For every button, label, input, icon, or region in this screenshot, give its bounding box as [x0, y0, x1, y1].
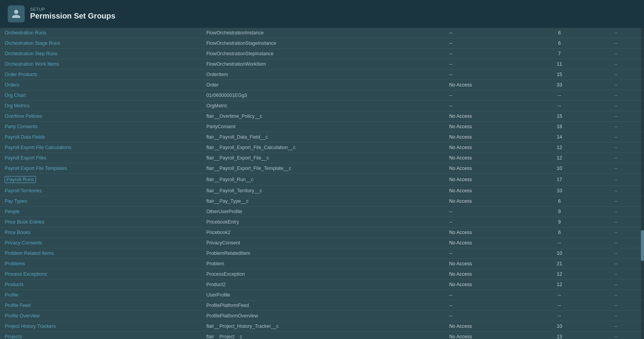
row-count-cell: 7: [531, 49, 588, 59]
row-count-cell: 9: [531, 217, 588, 227]
scrollbar-thumb[interactable]: [641, 230, 644, 261]
row-name-cell: Party Consents: [0, 122, 202, 132]
row-name-link[interactable]: Party Consents: [5, 124, 37, 129]
row-name-link[interactable]: Payroll Export File Calculations: [5, 145, 71, 150]
row-access-cell: No Access: [445, 238, 531, 248]
row-name-cell: Privacy Consents: [0, 238, 202, 248]
row-api-cell: Product2: [202, 280, 445, 290]
row-name-link[interactable]: Pay Types: [5, 198, 27, 204]
row-name-cell: Orchestration Work Items: [0, 59, 202, 69]
row-api-cell: FlowOrchestrationInstance: [202, 28, 445, 38]
row-access-cell: No Access: [445, 174, 531, 186]
row-name-link[interactable]: Problem Related Items: [5, 251, 54, 256]
row-name-link[interactable]: People: [5, 209, 20, 214]
row-extra-cell: --: [588, 69, 644, 80]
table-row: Problem Related ItemsProblemRelatedItem-…: [0, 248, 644, 259]
row-name-link[interactable]: Orchestration Work Items: [5, 61, 59, 67]
permission-table: Orchestration RunsFlowOrchestrationInsta…: [0, 28, 644, 339]
row-api-cell: flair__Payroll_Territory__c: [202, 186, 445, 196]
row-name-link[interactable]: Profile: [5, 292, 18, 298]
row-name-link[interactable]: Org Chart: [5, 93, 26, 98]
row-name-link[interactable]: Orchestration Stage Runs: [5, 41, 60, 46]
row-name-link[interactable]: Orchestration Runs: [5, 30, 46, 36]
row-name-link[interactable]: Profile Feed: [5, 303, 30, 308]
row-count-cell: --: [531, 90, 588, 101]
row-count-cell: --: [531, 290, 588, 300]
row-api-cell: flair__Payroll_Data_Field__c: [202, 132, 445, 142]
row-access-cell: No Access: [445, 132, 531, 142]
row-extra-cell: --: [588, 111, 644, 122]
row-name-link[interactable]: Payroll Export File Templates: [5, 166, 67, 171]
row-access-cell: --: [445, 207, 531, 217]
table-row: Payroll Data Fieldsflair__Payroll_Data_F…: [0, 132, 644, 142]
row-name-link[interactable]: Products: [5, 282, 24, 287]
row-extra-cell: --: [588, 269, 644, 280]
row-name-link[interactable]: Privacy Consents: [5, 240, 42, 246]
row-name-link[interactable]: Process Exceptions: [5, 271, 47, 277]
row-name-link[interactable]: Problems: [5, 261, 25, 266]
row-extra-cell: --: [588, 207, 644, 217]
row-extra-cell: --: [588, 163, 644, 174]
row-name-cell: Price Books: [0, 227, 202, 238]
row-name-link[interactable]: Projects: [5, 334, 22, 339]
row-name-link[interactable]: Payroll Territories: [5, 188, 42, 193]
row-name-link[interactable]: Org Metrics: [5, 103, 30, 108]
row-count-cell: 6: [531, 28, 588, 38]
row-extra-cell: --: [588, 217, 644, 227]
row-extra-cell: --: [588, 122, 644, 132]
row-name-link[interactable]: Orchestration Step Runs: [5, 51, 57, 56]
row-count-cell: 13: [531, 332, 588, 339]
table-row: Profile OverviewProfilePlatformOverview-…: [0, 311, 644, 321]
table-row: Overtime Policiesflair__Overtime_Policy_…: [0, 111, 644, 122]
table-row: Pay Typesflair__Pay_Type__cNo Access6--: [0, 196, 644, 207]
row-access-cell: --: [445, 311, 531, 321]
person-icon: [11, 9, 21, 19]
row-name-link[interactable]: Price Book Entries: [5, 219, 44, 225]
row-extra-cell: --: [588, 311, 644, 321]
row-name-link[interactable]: Project History Trackers: [5, 324, 56, 329]
row-extra-cell: --: [588, 153, 644, 163]
row-extra-cell: --: [588, 259, 644, 269]
row-api-cell: 01r06000001EGg3: [202, 90, 445, 101]
row-access-cell: No Access: [445, 332, 531, 339]
selected-row-label[interactable]: Payroll Runs: [5, 176, 36, 183]
row-extra-cell: --: [588, 290, 644, 300]
table-row: Profile FeedProfilePlatformFeed------: [0, 300, 644, 311]
table-row: Privacy ConsentsPrivacyConsentNo Access-…: [0, 238, 644, 248]
row-name-link[interactable]: Order Products: [5, 72, 37, 77]
row-name-cell: Order Products: [0, 69, 202, 80]
row-extra-cell: --: [588, 248, 644, 259]
row-extra-cell: --: [588, 186, 644, 196]
row-name-link[interactable]: Payroll Export Files: [5, 155, 46, 161]
row-name-cell: Org Chart: [0, 90, 202, 101]
row-access-cell: No Access: [445, 153, 531, 163]
row-access-cell: --: [445, 248, 531, 259]
row-name-cell: Products: [0, 280, 202, 290]
row-name-link[interactable]: Price Books: [5, 230, 30, 235]
table-row: ProductsProduct2No Access12--: [0, 280, 644, 290]
row-extra-cell: --: [588, 28, 644, 38]
scrollbar-track[interactable]: [641, 28, 644, 339]
row-name-link[interactable]: Orders: [5, 82, 19, 88]
row-api-cell: OrgMetric: [202, 101, 445, 111]
row-count-cell: 9: [531, 207, 588, 217]
row-access-cell: --: [445, 101, 531, 111]
row-name-link[interactable]: Overtime Policies: [5, 114, 42, 119]
table-row: Org MetricsOrgMetric------: [0, 101, 644, 111]
row-api-cell: ProcessException: [202, 269, 445, 280]
row-api-cell: flair__Pay_Type__c: [202, 196, 445, 207]
table-row: Orchestration RunsFlowOrchestrationInsta…: [0, 28, 644, 38]
row-access-cell: No Access: [445, 142, 531, 153]
table-row: Order ProductsOrderItem--15--: [0, 69, 644, 80]
row-name-link[interactable]: Payroll Data Fields: [5, 134, 45, 140]
row-api-cell: OrderItem: [202, 69, 445, 80]
row-count-cell: 12: [531, 153, 588, 163]
row-extra-cell: --: [588, 59, 644, 69]
row-count-cell: 15: [531, 111, 588, 122]
row-name-cell: Payroll Export File Calculations: [0, 142, 202, 153]
row-api-cell: UserProfile: [202, 290, 445, 300]
row-name-link[interactable]: Profile Overview: [5, 313, 40, 319]
row-count-cell: 12: [531, 280, 588, 290]
row-count-cell: 18: [531, 122, 588, 132]
table-row: ProblemsProblemNo Access21--: [0, 259, 644, 269]
